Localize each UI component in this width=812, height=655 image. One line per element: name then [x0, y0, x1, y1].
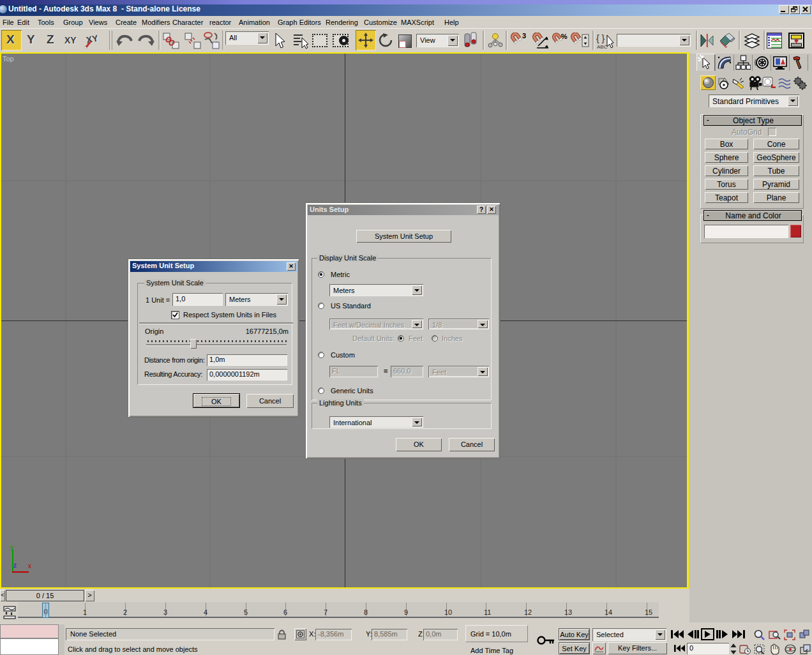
svg-text:3: 3 — [522, 33, 526, 40]
svg-text:{ }: { } — [596, 33, 605, 43]
svg-text:ABC: ABC — [597, 44, 608, 50]
svg-text:%: % — [561, 33, 568, 40]
